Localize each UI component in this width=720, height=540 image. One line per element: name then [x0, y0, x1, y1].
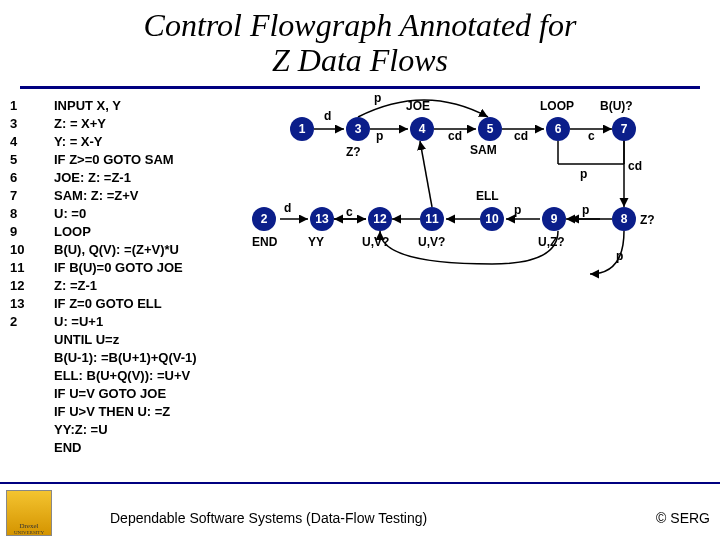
lineno: 10: [10, 241, 34, 259]
node-10: 10: [480, 207, 504, 231]
edge-label-c2: c: [346, 205, 353, 219]
lineno: 9: [10, 223, 34, 241]
lineno: 13: [10, 295, 34, 313]
code-line: YY:Z: =U: [54, 422, 108, 437]
svg-line-16: [420, 141, 432, 207]
edge-label-p: p: [374, 91, 381, 105]
lineno: 5: [10, 151, 34, 169]
logo-text-top: Drexel: [19, 522, 38, 530]
label-zq2: Z?: [640, 213, 655, 227]
node-13: 13: [310, 207, 334, 231]
label-uzq: U,Z?: [538, 235, 565, 249]
footer-text: Dependable Software Systems (Data-Flow T…: [110, 510, 427, 526]
code-column: INPUT X, Y Z: = X+Y Y: = X-Y IF Z>=0 GOT…: [54, 97, 197, 457]
edge-label-p3: p: [580, 167, 587, 181]
label-end: END: [252, 235, 277, 249]
node-5: 5: [478, 117, 502, 141]
edge-label-p6: p: [616, 249, 623, 263]
title-line-2: Z Data Flows: [272, 42, 448, 78]
edge-label-p4: p: [514, 203, 521, 217]
lineno: 8: [10, 205, 34, 223]
node-11: 11: [420, 207, 444, 231]
node-1: 1: [290, 117, 314, 141]
node-7: 7: [612, 117, 636, 141]
code-line: Z: =Z-1: [54, 278, 97, 293]
lineno: 6: [10, 169, 34, 187]
label-ell: ELL: [476, 189, 499, 203]
label-yy: YY: [308, 235, 324, 249]
edge-label-cd2: cd: [514, 129, 528, 143]
edge-label-d: d: [324, 109, 331, 123]
label-uvq: U,V?: [362, 235, 389, 249]
node-8: 8: [612, 207, 636, 231]
node-12: 12: [368, 207, 392, 231]
label-joe: JOE: [406, 99, 430, 113]
lineno: 7: [10, 187, 34, 205]
edge-label-zq: Z?: [346, 145, 361, 159]
code-line: U: =U+1: [54, 314, 103, 329]
code-line: UNTIL U=z: [54, 332, 119, 347]
node-3: 3: [346, 117, 370, 141]
code-line: LOOP: [54, 224, 91, 239]
code-line: Z: = X+Y: [54, 116, 106, 131]
edge-label-d2: d: [284, 201, 291, 215]
edge-label-c1: c: [588, 129, 595, 143]
code-line: B(U), Q(V): =(Z+V)*U: [54, 242, 179, 257]
code-line: SAM: Z: =Z+V: [54, 188, 139, 203]
node-6: 6: [546, 117, 570, 141]
footer: Drexel UNIVERSITY Dependable Software Sy…: [0, 482, 720, 540]
label-loop: LOOP: [540, 99, 574, 113]
node-4: 4: [410, 117, 434, 141]
footer-copyright: © SERG: [656, 510, 710, 526]
code-line: B(U-1): =B(U+1)+Q(V-1): [54, 350, 197, 365]
label-buq: B(U)?: [600, 99, 633, 113]
lineno: 4: [10, 133, 34, 151]
logo-text-bottom: UNIVERSITY: [14, 530, 44, 535]
code-line: Y: = X-Y: [54, 134, 103, 149]
title-line-1: Control Flowgraph Annotated for: [144, 7, 577, 43]
flowgraph: 1 3 4 5 6 7 2 13 12 11 10 9 8 d p p Z? J…: [280, 89, 720, 389]
lineno: 12: [10, 277, 34, 295]
lineno: 1: [10, 97, 34, 115]
edge-label-cd1: cd: [448, 129, 462, 143]
node-2: 2: [252, 207, 276, 231]
code-line: IF Z=0 GOTO ELL: [54, 296, 162, 311]
code-line: IF Z>=0 GOTO SAM: [54, 152, 174, 167]
lineno: 2: [10, 313, 34, 331]
lineno: 3: [10, 115, 34, 133]
line-number-column: 1 3 4 5 6 7 8 9 10 11 12 13 2: [10, 97, 34, 331]
code-line: IF U=V GOTO JOE: [54, 386, 166, 401]
code-line: END: [54, 440, 81, 455]
code-line: U: =0: [54, 206, 86, 221]
code-line: INPUT X, Y: [54, 98, 121, 113]
code-line: ELL: B(U+Q(V)): =U+V: [54, 368, 190, 383]
code-line: IF B(U)=0 GOTO JOE: [54, 260, 183, 275]
label-uvq2: U,V?: [418, 235, 445, 249]
content-area: 1 3 4 5 6 7 8 9 10 11 12 13 2 INPUT X, Y…: [0, 89, 720, 489]
node-9: 9: [542, 207, 566, 231]
edge-label-p2: p: [376, 129, 383, 143]
code-line: JOE: Z: =Z-1: [54, 170, 131, 185]
edge-label-cd3: cd: [628, 159, 642, 173]
logo-drexel: Drexel UNIVERSITY: [6, 490, 52, 536]
lineno: 11: [10, 259, 34, 277]
label-sam: SAM: [470, 143, 497, 157]
edge-label-p5: p: [582, 203, 589, 217]
page-title: Control Flowgraph Annotated for Z Data F…: [0, 0, 720, 78]
code-line: IF U>V THEN U: =Z: [54, 404, 170, 419]
